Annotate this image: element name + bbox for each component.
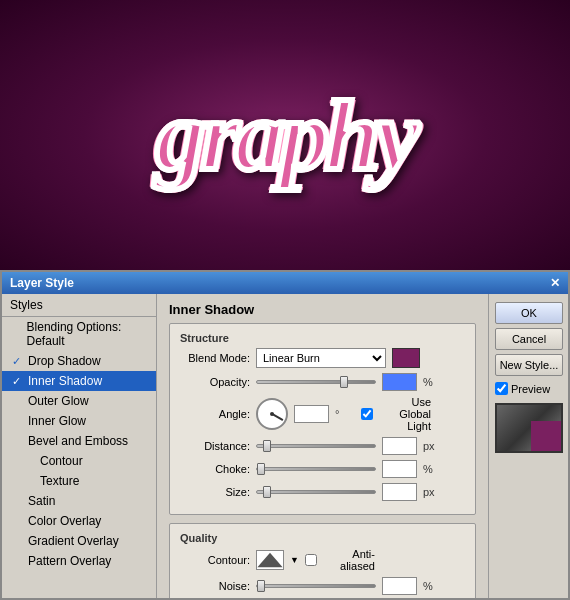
quality-section: Quality Contour: ▼ Anti-aliased — [169, 523, 476, 598]
sidebar-item-contour[interactable]: Contour — [2, 451, 156, 471]
choke-unit: % — [423, 463, 443, 475]
sidebar-item-texture[interactable]: Texture — [2, 471, 156, 491]
distance-row: Distance: 3 px — [180, 437, 465, 455]
preview-checkbox[interactable] — [495, 382, 508, 395]
canvas-area: graphy — [0, 0, 570, 270]
angle-row: Angle: 120 ° Use Global Light — [180, 396, 465, 432]
preview-label: Preview — [511, 383, 550, 395]
sidebar-item-satin[interactable]: Satin — [2, 491, 156, 511]
size-unit: px — [423, 486, 443, 498]
canvas-text: graphy — [156, 78, 415, 193]
sidebar-item-label: Texture — [40, 474, 79, 488]
noise-slider[interactable] — [256, 584, 376, 588]
contour-dropdown-arrow[interactable]: ▼ — [290, 555, 299, 565]
use-global-light-checkbox-label[interactable]: Use Global Light — [361, 396, 431, 432]
contour-row: Contour: ▼ Anti-aliased — [180, 548, 465, 572]
choke-slider[interactable] — [256, 467, 376, 471]
distance-unit: px — [423, 440, 443, 452]
sidebar-item-label: Outer Glow — [28, 394, 89, 408]
sidebar-item-gradient-overlay[interactable]: Gradient Overlay — [2, 531, 156, 551]
opacity-input[interactable]: 75 — [382, 373, 417, 391]
sidebar-item-label: Contour — [40, 454, 83, 468]
sidebar-item-label: Blending Options: Default — [27, 320, 146, 348]
preview-box — [495, 403, 563, 453]
angle-degree: ° — [335, 408, 355, 420]
blend-mode-select[interactable]: Linear Burn — [256, 348, 386, 368]
sidebar-item-inner-shadow[interactable]: Inner Shadow — [2, 371, 156, 391]
choke-input[interactable]: 0 — [382, 460, 417, 478]
use-global-light-label: Use Global Light — [377, 396, 431, 432]
opacity-unit: % — [423, 376, 443, 388]
sidebar-item-label: Inner Glow — [28, 414, 86, 428]
contour-label: Contour: — [180, 554, 250, 566]
size-label: Size: — [180, 486, 250, 498]
blend-mode-label: Blend Mode: — [180, 352, 250, 364]
blend-mode-row: Blend Mode: Linear Burn — [180, 348, 465, 368]
opacity-slider[interactable] — [256, 380, 376, 384]
size-slider[interactable] — [256, 490, 376, 494]
preview-check-row: Preview — [495, 382, 562, 395]
use-global-light-checkbox[interactable] — [361, 408, 373, 420]
right-buttons-panel: OK Cancel New Style... Preview — [488, 294, 568, 598]
distance-slider[interactable] — [256, 444, 376, 448]
sidebar-item-label: Inner Shadow — [28, 374, 102, 388]
sidebar-item-blending[interactable]: Blending Options: Default — [2, 317, 156, 351]
layer-style-dialog: Layer Style ✕ Styles Blending Options: D… — [0, 270, 570, 600]
cancel-button[interactable]: Cancel — [495, 328, 563, 350]
sidebar-item-label: Gradient Overlay — [28, 534, 119, 548]
preview-inner — [531, 421, 561, 451]
opacity-row: Opacity: 75 % — [180, 373, 465, 391]
anti-aliased-label: Anti-aliased — [321, 548, 375, 572]
new-style-button[interactable]: New Style... — [495, 354, 563, 376]
noise-label: Noise: — [180, 580, 250, 592]
ok-button[interactable]: OK — [495, 302, 563, 324]
sidebar-item-bevel-emboss[interactable]: Bevel and Emboss — [2, 431, 156, 451]
structure-section: Structure Blend Mode: Linear Burn Opacit… — [169, 323, 476, 515]
structure-label: Structure — [180, 332, 465, 344]
main-content: Inner Shadow Structure Blend Mode: Linea… — [157, 294, 488, 598]
sidebar-item-color-overlay[interactable]: Color Overlay — [2, 511, 156, 531]
quality-label: Quality — [180, 532, 465, 544]
close-icon[interactable]: ✕ — [550, 276, 560, 290]
sidebar-item-label: Drop Shadow — [28, 354, 101, 368]
sidebar-header: Styles — [2, 294, 156, 317]
anti-aliased-checkbox-label[interactable]: Anti-aliased — [305, 548, 375, 572]
size-input[interactable]: 3 — [382, 483, 417, 501]
choke-label: Choke: — [180, 463, 250, 475]
section-title: Inner Shadow — [169, 302, 476, 317]
distance-input[interactable]: 3 — [382, 437, 417, 455]
angle-input[interactable]: 120 — [294, 405, 329, 423]
dialog-title: Layer Style — [10, 276, 74, 290]
contour-thumbnail[interactable] — [256, 550, 284, 570]
sidebar-item-label: Pattern Overlay — [28, 554, 111, 568]
distance-label: Distance: — [180, 440, 250, 452]
anti-aliased-checkbox[interactable] — [305, 554, 317, 566]
size-row: Size: 3 px — [180, 483, 465, 501]
sidebar-item-inner-glow[interactable]: Inner Glow — [2, 411, 156, 431]
dialog-body: Styles Blending Options: Default Drop Sh… — [2, 294, 568, 598]
sidebar-item-label: Satin — [28, 494, 55, 508]
noise-unit: % — [423, 580, 443, 592]
sidebar-item-pattern-overlay[interactable]: Pattern Overlay — [2, 551, 156, 571]
sidebar-item-label: Color Overlay — [28, 514, 101, 528]
opacity-label: Opacity: — [180, 376, 250, 388]
blend-mode-color-swatch[interactable] — [392, 348, 420, 368]
sidebar-item-label: Bevel and Emboss — [28, 434, 128, 448]
choke-row: Choke: 0 % — [180, 460, 465, 478]
sidebar: Styles Blending Options: Default Drop Sh… — [2, 294, 157, 598]
noise-row: Noise: 0 % — [180, 577, 465, 595]
dialog-titlebar: Layer Style ✕ — [2, 272, 568, 294]
noise-input[interactable]: 0 — [382, 577, 417, 595]
sidebar-item-outer-glow[interactable]: Outer Glow — [2, 391, 156, 411]
sidebar-item-drop-shadow[interactable]: Drop Shadow — [2, 351, 156, 371]
angle-label: Angle: — [180, 408, 250, 420]
angle-dial[interactable] — [256, 398, 288, 430]
